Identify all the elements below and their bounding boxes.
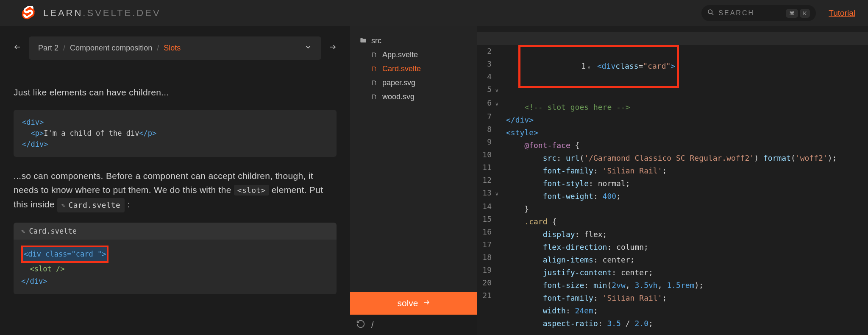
breadcrumb-page: Slots bbox=[164, 44, 181, 52]
tutorial-intro: Just like elements can have children... bbox=[14, 85, 337, 100]
red-highlight-box-editor: 1v <div class="card"> bbox=[518, 45, 679, 88]
breadcrumb-part: Part 2 bbox=[38, 44, 58, 52]
code-example-2: ✎ Card.svelte <div class="card "> <slot … bbox=[14, 223, 337, 294]
search-placeholder: SEARCH bbox=[718, 9, 784, 17]
url-path[interactable]: / bbox=[371, 320, 374, 330]
svelte-logo-icon bbox=[21, 6, 36, 20]
tutorial-link[interactable]: Tutorial bbox=[829, 8, 855, 18]
svg-point-0 bbox=[708, 10, 712, 14]
code-content[interactable]: 1v <div class="card"> <!-- slot goes her… bbox=[501, 32, 868, 335]
solve-button[interactable]: solve bbox=[350, 292, 477, 315]
breadcrumb-nav: Part 2 / Component composition / Slots bbox=[14, 36, 337, 60]
file-tree: src 🗋 App.svelte 🗋 Card.svelte 🗋 paper.s… bbox=[350, 26, 477, 292]
file-icon: 🗋 bbox=[370, 65, 378, 73]
search-input[interactable]: SEARCH ⌘ K bbox=[701, 5, 816, 21]
arrow-right-icon bbox=[423, 298, 430, 308]
chevron-down-icon bbox=[304, 43, 312, 53]
next-button[interactable] bbox=[329, 43, 337, 53]
breadcrumb-section: Component composition bbox=[70, 44, 152, 52]
line-gutter: 2 3 4 5v 6v 7 8 9 10 11 12 13v 14 15 16 … bbox=[477, 32, 501, 335]
tutorial-para-2: ...so can components. Before a component… bbox=[14, 169, 337, 213]
site-title: LEARN.SVELTE.DEV bbox=[43, 8, 161, 19]
top-bar: LEARN.SVELTE.DEV SEARCH ⌘ K Tutorial bbox=[0, 0, 868, 26]
red-highlight-box-left: <div class="card "> bbox=[21, 246, 108, 263]
code-file-header: ✎ Card.svelte bbox=[14, 223, 337, 240]
kbd-k: K bbox=[800, 9, 810, 18]
kbd-cmd: ⌘ bbox=[786, 9, 798, 18]
folder-icon bbox=[359, 37, 367, 45]
file-panel: src 🗋 App.svelte 🗋 Card.svelte 🗋 paper.s… bbox=[350, 26, 477, 335]
search-icon bbox=[707, 9, 714, 17]
prev-button[interactable] bbox=[14, 43, 21, 53]
main-split: Part 2 / Component composition / Slots J… bbox=[0, 26, 868, 335]
reload-icon[interactable] bbox=[356, 319, 365, 331]
file-wood-svg[interactable]: 🗋 wood.svg bbox=[354, 90, 473, 104]
file-card-svelte[interactable]: 🗋 Card.svelte bbox=[354, 62, 473, 76]
tutorial-panel: Part 2 / Component composition / Slots J… bbox=[0, 26, 350, 335]
card-svelte-file-ref[interactable]: ✎Card.svelte bbox=[57, 198, 125, 213]
folder-src[interactable]: src bbox=[354, 34, 473, 48]
file-app-svelte[interactable]: 🗋 App.svelte bbox=[354, 48, 473, 62]
file-paper-svg[interactable]: 🗋 paper.svg bbox=[354, 76, 473, 90]
edit-icon: ✎ bbox=[21, 228, 25, 234]
file-icon: 🗋 bbox=[370, 51, 378, 59]
svg-line-1 bbox=[712, 13, 713, 15]
breadcrumb[interactable]: Part 2 / Component composition / Slots bbox=[29, 36, 321, 60]
edit-icon: ✎ bbox=[61, 201, 65, 210]
file-icon: 🗋 bbox=[370, 93, 378, 101]
slot-inline-code: <slot> bbox=[234, 185, 269, 195]
code-editor[interactable]: 2 3 4 5v 6v 7 8 9 10 11 12 13v 14 15 16 … bbox=[477, 26, 868, 335]
file-icon: 🗋 bbox=[370, 79, 378, 87]
preview-url-bar: / bbox=[350, 315, 477, 335]
code-example-1: <div> <p>I'm a child of the div</p> </di… bbox=[14, 110, 337, 157]
